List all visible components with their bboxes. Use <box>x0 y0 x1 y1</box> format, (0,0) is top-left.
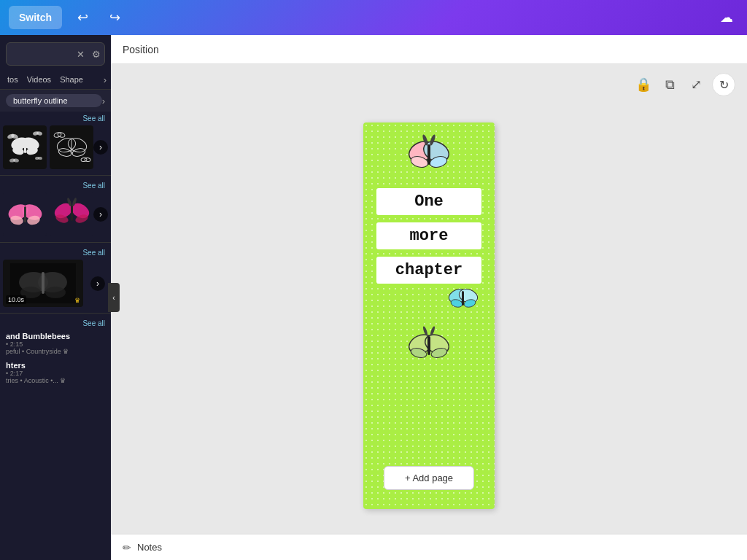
expand-button[interactable]: ⤢ <box>686 74 706 95</box>
butterfly-pink2-svg <box>52 195 92 235</box>
music-title-1: and Bumblebees <box>6 332 105 341</box>
search-term-row: butterfly outline › <box>0 90 111 112</box>
media-tabs: tos Videos Shape › <box>0 70 111 90</box>
section3-next-arrow[interactable]: › <box>90 276 105 291</box>
divider3 <box>0 313 111 314</box>
sidebar: ‹ ✕ ⚙ tos Videos Shape › butterfly outli… <box>0 35 111 560</box>
redo-button[interactable]: ↪ <box>103 6 126 29</box>
section4-see-all[interactable]: See all <box>82 319 105 327</box>
thumb-butterfly-white2[interactable] <box>50 125 93 169</box>
butterfly-white-svg <box>5 128 45 168</box>
butterfly-blue-svg <box>445 284 481 313</box>
position-bar: Position <box>111 35 747 64</box>
thumb-butterfly-white[interactable] <box>3 125 47 169</box>
tab-photos[interactable]: tos <box>4 73 21 86</box>
notes-icon: ✏ <box>123 542 131 553</box>
butterfly-pink1-svg <box>5 195 45 235</box>
search-input[interactable] <box>6 42 105 66</box>
main-area: Position 🔒 ⧉ ⤢ ↻ <box>111 35 747 560</box>
tab-videos[interactable]: Videos <box>24 73 54 86</box>
butterfly-green-svg <box>403 326 454 370</box>
switch-button[interactable]: Switch <box>9 6 62 29</box>
text-more: more <box>410 227 449 245</box>
music-tags-1: peful • Countryside ♛ <box>6 348 105 355</box>
section2-next-arrow[interactable]: › <box>93 207 108 222</box>
music-meta-1: • 2:15 <box>6 341 105 348</box>
svg-rect-44 <box>427 144 430 165</box>
svg-rect-39 <box>42 272 44 294</box>
svg-rect-31 <box>71 205 73 221</box>
text-chapter: chapter <box>395 261 462 279</box>
section2-header: See all <box>0 179 111 191</box>
section3-header: See all <box>0 246 111 258</box>
svg-rect-4 <box>24 139 26 153</box>
app-layout: ‹ ✕ ⚙ tos Videos Shape › butterfly outli… <box>0 35 747 560</box>
media-tabs-more[interactable]: › <box>104 74 107 85</box>
thumb-video[interactable]: 10.0s ♛ <box>3 260 83 307</box>
notes-label[interactable]: Notes <box>137 542 162 553</box>
lock-button[interactable]: 🔒 <box>633 74 654 95</box>
search-term-expand[interactable]: › <box>102 96 105 106</box>
search-filter-button[interactable]: ⚙ <box>92 49 101 60</box>
text-banner-one: One <box>376 188 481 215</box>
video-duration: 10.0s <box>6 295 26 304</box>
crown-badge: ♛ <box>74 297 80 304</box>
duplicate-button[interactable]: ⧉ <box>659 74 680 95</box>
canvas-area: 🔒 ⧉ ⤢ ↻ <box>111 64 747 534</box>
svg-rect-56 <box>427 336 430 355</box>
sidebar-collapse-button[interactable]: ‹ <box>108 283 120 312</box>
music-item-2[interactable]: hters • 2:17 tries • Acoustic •... ♛ <box>0 358 111 387</box>
section3-thumbs: 10.0s ♛ › <box>0 258 111 310</box>
music-title-2: hters <box>6 361 105 370</box>
topbar: Switch ↩ ↪ ☁ <box>0 0 747 35</box>
section1-thumbs: › <box>0 124 111 172</box>
position-label: Position <box>123 44 159 55</box>
music-meta-2: • 2:17 <box>6 370 105 377</box>
section4-header: See all <box>0 316 111 329</box>
canvas-actions: 🔒 ⧉ ⤢ ↻ <box>633 73 735 96</box>
section2-thumbs: › <box>0 191 111 239</box>
section1-header: See all <box>0 112 111 124</box>
tab-shapes[interactable]: Shape <box>57 73 86 86</box>
music-tags-2: tries • Acoustic •... ♛ <box>6 377 105 384</box>
section2-see-all[interactable]: See all <box>82 182 105 190</box>
music-item-1[interactable]: and Bumblebees • 2:15 peful • Countrysid… <box>0 329 111 358</box>
butterfly-top <box>403 134 454 181</box>
text-banner-more: more <box>376 222 481 249</box>
bookmark-card[interactable]: One more chapter <box>363 122 495 509</box>
divider1 <box>0 175 111 176</box>
add-page-button[interactable]: + Add page <box>384 466 474 490</box>
divider2 <box>0 242 111 243</box>
butterfly-top-svg <box>403 134 454 178</box>
svg-point-38 <box>45 287 66 298</box>
svg-rect-26 <box>24 206 26 222</box>
thumb-butterfly-pink1[interactable] <box>3 192 47 236</box>
search-bar: ✕ ⚙ <box>6 42 105 66</box>
butterfly-bottom-right <box>445 284 481 316</box>
refresh-button[interactable]: ↻ <box>712 73 735 96</box>
section1-next-arrow[interactable]: › <box>93 140 108 155</box>
sidebar-scroll: See all <box>0 112 111 560</box>
thumb-butterfly-pink2[interactable] <box>50 192 93 236</box>
cloud-save-button[interactable]: ☁ <box>715 6 738 29</box>
butterfly-white2-svg <box>52 128 92 168</box>
search-term-label: butterfly outline <box>6 94 102 107</box>
search-clear-button[interactable]: ✕ <box>77 50 85 59</box>
text-banner-chapter: chapter <box>376 257 481 284</box>
svg-rect-51 <box>462 291 464 306</box>
notes-bar: ✏ Notes <box>111 534 747 560</box>
undo-button[interactable]: ↩ <box>71 6 94 29</box>
section1-see-all[interactable]: See all <box>82 114 105 122</box>
text-one: One <box>414 192 444 211</box>
section3-see-all[interactable]: See all <box>82 249 105 257</box>
butterfly-bottom <box>403 326 454 373</box>
